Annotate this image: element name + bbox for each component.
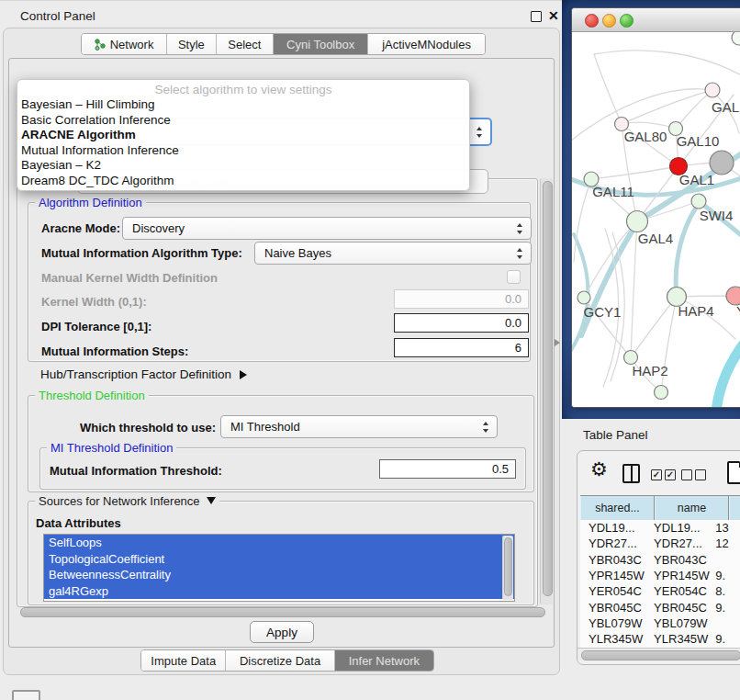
deselect-all-checkbox-icon[interactable]: [681, 469, 692, 480]
tab-network[interactable]: Network: [82, 34, 167, 54]
network-node[interactable]: [732, 32, 740, 45]
kernel-width-field[interactable]: 0.0: [394, 289, 529, 309]
select-all-checkbox-icon[interactable]: ✓: [665, 469, 676, 480]
mi-steps-field[interactable]: 6: [394, 338, 529, 357]
network-edge[interactable]: [676, 201, 701, 297]
deselect-all-checkbox-icon[interactable]: [695, 469, 706, 480]
network-canvas[interactable]: GALGAL80GAL10GAL1GAL11SWI4GAL4GCY1HAP4YH…: [572, 32, 740, 407]
apply-button[interactable]: Apply: [250, 621, 314, 643]
algorithm-definition-label: Algorithm Definition: [35, 196, 146, 209]
algorithm-option[interactable]: Bayesian – K2: [17, 158, 469, 174]
panel-resize-handle[interactable]: [555, 339, 560, 346]
network-view-window[interactable]: GALGAL80GAL10GAL1GAL11SWI4GAL4GCY1HAP4YH…: [571, 7, 740, 408]
combo-stepper-icon: [517, 223, 523, 234]
table-cell: YBR045C: [645, 601, 711, 615]
table-cell: YBR045C: [580, 601, 645, 615]
settings-vertical-scrollbar[interactable]: [540, 178, 553, 604]
hub-tf-definition-toggle[interactable]: Hub/Transcription Factor Definition: [40, 367, 247, 381]
table-row[interactable]: YPR145WYPR145W9.: [580, 568, 740, 583]
algorithm-option[interactable]: Basic Correlation Inference: [17, 113, 469, 129]
table-row[interactable]: YBR045CYBR045C9.: [580, 599, 740, 615]
table-cell: YBR043C: [580, 553, 645, 567]
algorithm-option[interactable]: Bayesian – Hill Climbing: [17, 97, 469, 113]
control-panel: NetworkStyleSelectCyni ToolboxjActiveMNo…: [3, 28, 560, 675]
settings-horizontal-scrollbar[interactable]: [18, 606, 549, 616]
table-toolbar: ⚙ ✓ ✓: [577, 451, 740, 494]
network-node-gcy1[interactable]: [577, 291, 590, 304]
mi-type-combobox[interactable]: Naive Bayes: [254, 242, 532, 265]
network-node[interactable]: [655, 386, 668, 400]
gear-icon[interactable]: ⚙: [590, 458, 608, 480]
sources-group-label[interactable]: Sources for Network Inference: [35, 494, 219, 508]
columns-icon[interactable]: [622, 464, 640, 483]
table-row[interactable]: YBR043CYBR043C: [580, 552, 740, 568]
column-header[interactable]: name: [655, 496, 729, 520]
network-edge[interactable]: [594, 51, 740, 76]
network-edge[interactable]: [594, 54, 622, 124]
network-edge[interactable]: [574, 179, 591, 262]
data-attribute-item[interactable]: BetweennessCentrality: [44, 567, 514, 583]
aracne-mode-combobox[interactable]: Discovery: [122, 217, 532, 240]
zoom-window-icon[interactable]: [620, 14, 633, 28]
mi-threshold-field[interactable]: 0.5: [379, 459, 516, 479]
control-panel-tabbar: NetworkStyleSelectCyni ToolboxjActiveMNo…: [81, 33, 486, 55]
table-cell: YDR27...: [645, 536, 711, 550]
select-all-checkbox-icon[interactable]: ✓: [651, 469, 662, 480]
which-threshold-combobox[interactable]: MI Threshold: [220, 415, 498, 438]
table-horizontal-scrollbar[interactable]: [577, 648, 740, 660]
column-header[interactable]: [729, 496, 740, 520]
minimized-panel-icon[interactable]: [12, 690, 40, 700]
node-label: GAL11: [592, 184, 634, 199]
mi-type-label: Mutual Information Algorithm Type:: [41, 246, 242, 260]
tab-discretize-data[interactable]: Discretize Data: [226, 650, 334, 671]
float-panel-icon[interactable]: [531, 11, 542, 22]
data-attributes-label: Data Attributes: [36, 516, 121, 530]
table-row[interactable]: YDL19...YDL19...13: [580, 520, 740, 536]
document-icon[interactable]: [727, 461, 740, 484]
tab-impute-data[interactable]: Impute Data: [141, 650, 226, 671]
tab-label: Cyni Toolbox: [286, 38, 354, 51]
sources-group: Sources for Network Inference Data Attri…: [28, 501, 534, 605]
dpi-tolerance-field[interactable]: 0.0: [394, 313, 529, 333]
algorithm-option[interactable]: Mutual Information Inference: [17, 143, 469, 159]
tab-select[interactable]: Select: [217, 34, 274, 54]
network-node-swi4[interactable]: [691, 194, 706, 209]
table-row[interactable]: YLR345WYLR345W9.: [580, 631, 740, 647]
close-window-icon[interactable]: [585, 14, 599, 28]
table-row[interactable]: YER054CYER054C8.: [580, 583, 740, 599]
manual-kernel-checkbox[interactable]: [507, 270, 521, 284]
close-panel-icon[interactable]: ✕: [548, 8, 559, 23]
network-edge[interactable]: [631, 297, 677, 357]
tab-cyni-toolbox[interactable]: Cyni Toolbox: [274, 34, 368, 54]
table-cell: YLR345W: [645, 632, 711, 646]
network-edge[interactable]: [715, 321, 740, 407]
algorithm-dropdown-placeholder: Select algorithm to view settings: [17, 82, 469, 97]
network-edge[interactable]: [622, 122, 676, 129]
threshold-definition-group: Threshold Definition Which threshold to …: [28, 395, 534, 492]
tab-infer-network[interactable]: Infer Network: [335, 650, 433, 671]
network-edge[interactable]: [631, 221, 637, 357]
tab-jactivemnodules[interactable]: jActiveMNodules: [368, 34, 485, 54]
network-node-gal[interactable]: [705, 83, 720, 97]
minimize-window-icon[interactable]: [602, 14, 616, 28]
combo-stepper-icon: [483, 422, 489, 433]
network-edge[interactable]: [591, 166, 678, 179]
table-row[interactable]: YDR27...YDR27...12: [580, 536, 740, 551]
tab-label: jActiveMNodules: [382, 38, 471, 51]
algorithm-option[interactable]: Dream8 DC_TDC Algorithm: [17, 174, 469, 189]
column-header[interactable]: shared...: [580, 496, 655, 520]
data-attribute-item[interactable]: gal4RGexp: [44, 583, 514, 600]
mi-type-value: Naive Bayes: [264, 246, 331, 260]
table-row[interactable]: YBL079WYBL079W: [580, 615, 740, 631]
algorithm-option[interactable]: ARACNE Algorithm: [17, 128, 469, 143]
table-cell: YER054C: [580, 584, 645, 598]
data-attribute-item[interactable]: TopologicalCoefficient: [44, 551, 514, 568]
network-node-gal4[interactable]: [627, 211, 648, 232]
attributes-scrollbar[interactable]: [502, 536, 513, 600]
network-edge[interactable]: [622, 90, 712, 124]
network-node-y[interactable]: [726, 287, 740, 305]
tab-style[interactable]: Style: [167, 34, 217, 54]
node-label: Y: [736, 303, 740, 319]
data-attribute-item[interactable]: SelfLoops: [44, 535, 514, 551]
table-cell: YER054C: [645, 584, 711, 598]
